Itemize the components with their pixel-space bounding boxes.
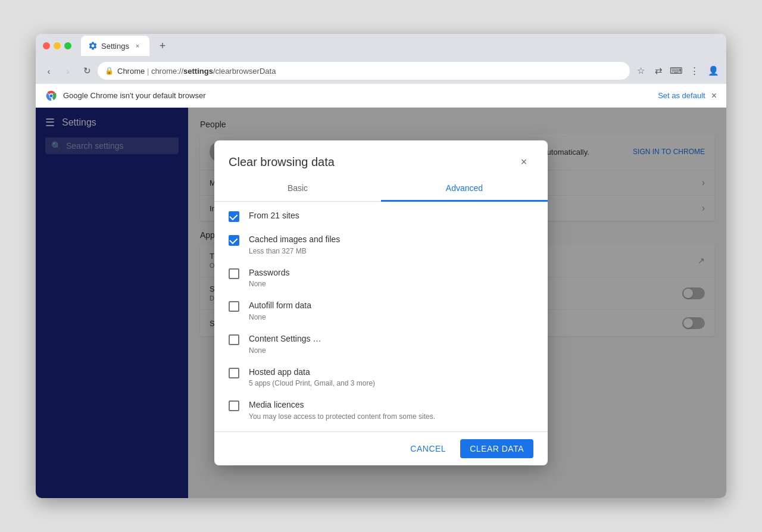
media-licences-label: Media licences xyxy=(249,399,533,411)
checkbox-autofill[interactable] xyxy=(229,301,239,312)
profile-button[interactable]: 👤 xyxy=(705,62,722,79)
chrome-logo-icon xyxy=(45,90,57,102)
default-bar-close-button[interactable]: × xyxy=(711,90,717,101)
list-item: Media licences You may lose access to pr… xyxy=(214,393,548,427)
checkbox-passwords[interactable] xyxy=(229,268,239,279)
forward-button[interactable]: › xyxy=(60,62,76,79)
nav-actions: ☆ ⇄ ⌨ ⋮ xyxy=(632,62,702,79)
checkbox-content-settings-wrap xyxy=(229,334,239,345)
checkbox-media-licences[interactable] xyxy=(229,400,239,411)
autofill-text: Autofill form data None xyxy=(249,300,533,321)
cached-images-sublabel: Less than 327 MB xyxy=(249,247,533,255)
dialog-close-button[interactable]: × xyxy=(514,152,533,171)
hosted-app-text: Hosted app data 5 apps (Cloud Print, Gma… xyxy=(249,367,533,388)
svg-point-2 xyxy=(50,94,53,97)
minimize-traffic-light[interactable] xyxy=(54,42,61,49)
settings-tab[interactable]: Settings × xyxy=(81,36,149,56)
back-button[interactable]: ‹ xyxy=(40,62,57,79)
tab-advanced[interactable]: Advanced xyxy=(381,176,548,202)
from-sites-label: From 21 sites xyxy=(249,210,533,222)
clear-browsing-data-dialog: Clear browsing data × Basic Advanced Fro… xyxy=(214,140,548,465)
checkbox-hosted-app[interactable] xyxy=(229,368,239,378)
list-item: Autofill form data None xyxy=(214,294,548,327)
checkbox-content-settings[interactable] xyxy=(229,334,239,345)
address-url: chrome://settings/clearbrowserData xyxy=(151,67,276,76)
dialog-title: Clear browsing data xyxy=(229,155,335,169)
traffic-lights xyxy=(43,42,71,49)
tab-close-button[interactable]: × xyxy=(133,41,142,51)
default-browser-text: Google Chrome isn't your default browser xyxy=(63,91,652,100)
checkbox-autofill-wrap xyxy=(229,301,239,312)
keyboard-button[interactable]: ⌨ xyxy=(668,62,685,79)
dialog-tabs: Basic Advanced xyxy=(214,176,548,202)
autofill-label: Autofill form data xyxy=(249,300,533,312)
list-item: Content Settings … None xyxy=(214,327,548,361)
address-bar[interactable]: 🔒 Chrome | chrome://settings/clearbrowse… xyxy=(98,62,630,80)
cancel-button[interactable]: CANCEL xyxy=(401,439,455,458)
checkbox-cached-wrap xyxy=(229,235,239,246)
hosted-app-sublabel: 5 apps (Cloud Print, Gmail, and 3 more) xyxy=(249,379,533,387)
dialog-overlay: Clear browsing data × Basic Advanced Fro… xyxy=(36,108,726,498)
content-settings-label: Content Settings … xyxy=(249,333,533,345)
refresh-button[interactable]: ↻ xyxy=(79,62,95,79)
title-bar: Settings × + xyxy=(36,34,726,58)
address-text: Chrome | chrome://settings/clearbrowserD… xyxy=(117,67,623,76)
checkbox-passwords-wrap xyxy=(229,268,239,279)
settings-page: ☰ Settings 🔍 People Sign in to get your … xyxy=(36,108,726,498)
hosted-app-label: Hosted app data xyxy=(249,367,533,378)
dialog-header: Clear browsing data × xyxy=(214,140,548,171)
set-default-button[interactable]: Set as default xyxy=(658,91,705,100)
checkbox-hosted-wrap xyxy=(229,368,239,378)
dialog-body: From 21 sites Cached images and files Le… xyxy=(214,202,548,431)
secure-icon: 🔒 xyxy=(105,67,114,75)
settings-favicon xyxy=(88,41,98,51)
content-settings-text: Content Settings … None xyxy=(249,333,533,355)
cached-images-text: Cached images and files Less than 327 MB xyxy=(249,234,533,255)
passwords-sublabel: None xyxy=(249,280,533,288)
cached-images-label: Cached images and files xyxy=(249,234,533,246)
new-tab-button[interactable]: + xyxy=(154,37,171,54)
maximize-traffic-light[interactable] xyxy=(64,42,71,49)
clear-data-button[interactable]: CLEAR DATA xyxy=(460,439,533,458)
dialog-footer: CANCEL CLEAR DATA xyxy=(214,431,548,465)
passwords-label: Passwords xyxy=(249,267,533,279)
nav-bar: ‹ › ↻ 🔒 Chrome | chrome://settings/clear… xyxy=(36,58,726,84)
tab-label: Settings xyxy=(101,42,129,51)
default-browser-bar: Google Chrome isn't your default browser… xyxy=(36,84,726,108)
from-sites-text: From 21 sites xyxy=(249,210,533,222)
checkbox-from-sites[interactable] xyxy=(229,211,239,222)
media-licences-sublabel: You may lose access to protected content… xyxy=(249,412,533,421)
browser-window: Settings × + ‹ › ↻ 🔒 Chrome | chrome://s… xyxy=(36,34,726,498)
menu-button[interactable]: ⋮ xyxy=(686,62,702,79)
passwords-text: Passwords None xyxy=(249,267,533,289)
list-item: Passwords None xyxy=(214,261,548,295)
content-settings-sublabel: None xyxy=(249,346,533,355)
list-item: Hosted app data 5 apps (Cloud Print, Gma… xyxy=(214,361,548,394)
checkbox-from-sites-wrap xyxy=(229,211,239,222)
tab-basic[interactable]: Basic xyxy=(214,176,381,202)
cast-button[interactable]: ⇄ xyxy=(650,62,667,79)
close-traffic-light[interactable] xyxy=(43,42,50,49)
checkbox-media-wrap xyxy=(229,400,239,411)
autofill-sublabel: None xyxy=(249,313,533,321)
bookmark-button[interactable]: ☆ xyxy=(632,62,649,79)
list-item: Cached images and files Less than 327 MB xyxy=(214,228,548,261)
checkbox-cached-images[interactable] xyxy=(229,235,239,246)
list-item: From 21 sites xyxy=(214,206,548,228)
media-licences-text: Media licences You may lose access to pr… xyxy=(249,399,533,421)
address-domain: Chrome xyxy=(117,67,145,76)
